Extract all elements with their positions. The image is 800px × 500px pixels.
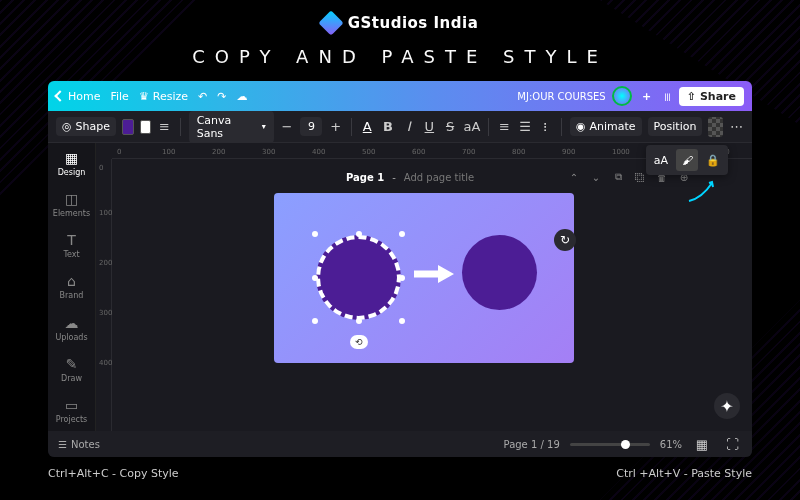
file-menu[interactable]: File xyxy=(110,90,128,103)
copy-shortcut-label: Ctrl+Alt+C - Copy Style xyxy=(48,467,179,480)
resize-handle-mb[interactable] xyxy=(356,318,362,324)
sidebar-item-text[interactable]: TText xyxy=(48,225,95,266)
animate-button[interactable]: ◉Animate xyxy=(570,117,642,136)
border-color-swatch[interactable] xyxy=(140,120,151,134)
design-page[interactable]: ⟲ ↻ xyxy=(274,193,574,363)
projects-icon: ▭ xyxy=(64,397,80,413)
notes-icon: ☰ xyxy=(58,439,67,450)
text-style-button[interactable]: aA xyxy=(650,149,672,171)
fill-color-swatch[interactable] xyxy=(122,119,134,135)
sidebar-item-draw[interactable]: ✎Draw xyxy=(48,349,95,390)
redo-button[interactable]: ↷ xyxy=(217,90,226,103)
sidebar-item-design[interactable]: ▦Design xyxy=(48,143,95,184)
resize-handle-ml[interactable] xyxy=(312,275,318,281)
text-case-button[interactable]: aA xyxy=(463,117,480,137)
style-popover: aA 🖌 🔒 xyxy=(646,145,728,175)
border-style-button[interactable]: ≡ xyxy=(157,117,172,137)
lock-button[interactable]: 🔒 xyxy=(702,149,724,171)
analytics-button[interactable]: ⫼ xyxy=(662,90,673,103)
resize-button[interactable]: ♛Resize xyxy=(139,90,188,103)
collapse-up-icon[interactable]: ⌃ xyxy=(566,169,582,185)
selected-circle-shape[interactable] xyxy=(316,235,401,320)
page-number-label: Page 1 xyxy=(346,172,384,183)
chevron-left-icon xyxy=(54,90,65,101)
home-button[interactable]: Home xyxy=(56,90,100,103)
brand-icon: ⌂ xyxy=(64,273,80,289)
resize-handle-tl[interactable] xyxy=(312,231,318,237)
strikethrough-button[interactable]: S xyxy=(443,117,458,137)
resize-handle-bl[interactable] xyxy=(312,318,318,324)
page-title-separator: - xyxy=(392,172,396,183)
font-size-input[interactable]: 9 xyxy=(300,117,322,136)
tool-sidebar: ▦Design ◫Elements TText ⌂Brand ☁Uploads … xyxy=(48,143,96,431)
resize-handle-mt[interactable] xyxy=(356,231,362,237)
sidebar-item-uploads[interactable]: ☁Uploads xyxy=(48,308,95,349)
underline-button[interactable]: U xyxy=(422,117,437,137)
fullscreen-button[interactable]: ⛶ xyxy=(722,434,742,454)
resize-handle-tr[interactable] xyxy=(399,231,405,237)
transparency-button[interactable] xyxy=(708,117,723,137)
draw-icon: ✎ xyxy=(64,356,80,372)
page-indicator[interactable]: Page 1 / 19 xyxy=(504,439,560,450)
undo-button[interactable]: ↶ xyxy=(198,90,207,103)
tutorial-headline: COPY AND PASTE STYLE xyxy=(0,46,800,67)
grid-view-button[interactable]: ▦ xyxy=(692,434,712,454)
sidebar-item-projects[interactable]: ▭Projects xyxy=(48,390,95,431)
position-button[interactable]: Position xyxy=(648,117,703,136)
menubar: Home File ♛Resize ↶ ↷ ☁ MJ:OUR COURSES +… xyxy=(48,81,752,111)
share-button[interactable]: ⇧Share xyxy=(679,87,744,106)
brand-logo-icon xyxy=(318,10,343,35)
arrow-shape[interactable] xyxy=(414,265,454,283)
circle-shape-2[interactable] xyxy=(462,235,537,310)
upload-icon: ⇧ xyxy=(687,90,696,103)
collapse-down-icon[interactable]: ⌄ xyxy=(588,169,604,185)
notes-button[interactable]: ☰Notes xyxy=(58,439,100,450)
user-avatar[interactable] xyxy=(612,86,632,106)
cloud-sync-icon[interactable]: ☁ xyxy=(236,90,247,103)
font-size-decrease[interactable]: − xyxy=(280,117,295,137)
page-title-input[interactable]: Add page title xyxy=(404,172,474,183)
brand-header: GStudios India xyxy=(0,0,800,38)
sidebar-item-brand[interactable]: ⌂Brand xyxy=(48,266,95,307)
animate-icon: ◉ xyxy=(576,120,586,133)
lock-page-icon[interactable]: ⧉ xyxy=(610,169,626,185)
context-label: MJ:OUR COURSES xyxy=(517,91,605,102)
rotate-handle[interactable]: ⟲ xyxy=(350,335,368,349)
text-icon: T xyxy=(64,232,80,248)
canvas-area[interactable]: 0100200300400500600700800900100011001200… xyxy=(96,143,752,431)
sidebar-item-elements[interactable]: ◫Elements xyxy=(48,184,95,225)
list-button[interactable]: ☰ xyxy=(518,117,533,137)
crown-icon: ♛ xyxy=(139,90,149,103)
property-toolbar: ◎Shape ≡ Canva Sans▾ − 9 + A B I U S aA … xyxy=(48,111,752,143)
status-bar: ☰Notes Page 1 / 19 61% ▦ ⛶ xyxy=(48,431,752,457)
magic-button[interactable]: ✦ xyxy=(714,393,740,419)
resize-handle-br[interactable] xyxy=(399,318,405,324)
zoom-slider[interactable] xyxy=(570,443,650,446)
zoom-level[interactable]: 61% xyxy=(660,439,682,450)
chevron-down-icon: ▾ xyxy=(262,122,266,131)
regenerate-button[interactable]: ↻ xyxy=(554,229,576,251)
italic-button[interactable]: I xyxy=(401,117,416,137)
text-color-button[interactable]: A xyxy=(360,117,375,137)
shortcuts-footer: Ctrl+Alt+C - Copy Style Ctrl +Alt+V - Pa… xyxy=(0,457,800,480)
shape-icon: ◎ xyxy=(62,120,72,133)
align-button[interactable]: ≡ xyxy=(497,117,512,137)
spacing-button[interactable]: ⫶ xyxy=(538,117,553,137)
elements-icon: ◫ xyxy=(64,191,80,207)
brand-name: GStudios India xyxy=(348,14,479,32)
uploads-icon: ☁ xyxy=(64,315,80,331)
more-button[interactable]: ⋯ xyxy=(729,117,744,137)
paste-shortcut-label: Ctrl +Alt+V - Paste Style xyxy=(616,467,752,480)
annotation-arrow xyxy=(687,178,717,203)
font-size-increase[interactable]: + xyxy=(328,117,343,137)
copy-style-button[interactable]: 🖌 xyxy=(676,149,698,171)
editor-window: Home File ♛Resize ↶ ↷ ☁ MJ:OUR COURSES +… xyxy=(48,81,752,457)
bold-button[interactable]: B xyxy=(381,117,396,137)
resize-handle-mr[interactable] xyxy=(399,275,405,281)
add-collaborator-button[interactable]: + xyxy=(638,87,656,105)
font-select[interactable]: Canva Sans▾ xyxy=(189,111,274,143)
design-icon: ▦ xyxy=(64,150,80,166)
shape-tool[interactable]: ◎Shape xyxy=(56,117,116,136)
